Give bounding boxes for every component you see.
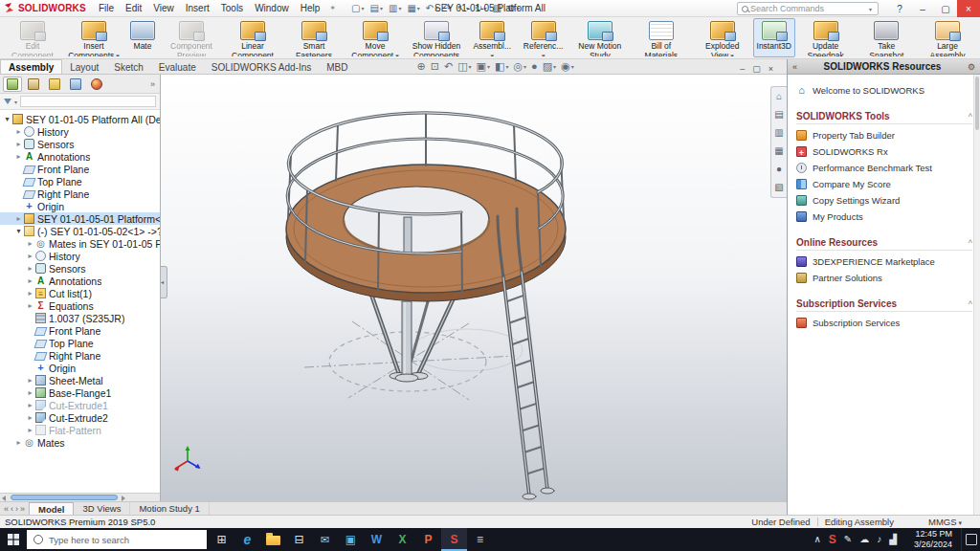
graphics-area[interactable]: ⌂▤▥▦●▧ — [161, 75, 787, 501]
view-orientation-icon[interactable]: ▣ — [477, 61, 490, 72]
tree-item[interactable]: (-) SEY 01-01-05-02<1> ->? (Defa — [0, 225, 160, 237]
move-component-button[interactable]: Move Component — [345, 18, 406, 57]
instant3d-button[interactable]: Instant3D — [753, 18, 795, 57]
expand-toggle-icon[interactable] — [26, 399, 34, 411]
menu-item[interactable]: File — [93, 3, 120, 13]
action-center-button[interactable] — [961, 528, 980, 551]
tree-item[interactable]: SEY 01-01-05-01 Platform<1> — [0, 212, 160, 225]
open-document-button[interactable]: ▤ — [368, 3, 384, 13]
taskbar-clock[interactable]: 12:45 PM 3/26/2024 — [905, 529, 961, 550]
sheet-nav-icon[interactable]: › — [15, 504, 18, 514]
scroll-right-icon[interactable] — [120, 495, 128, 501]
tab-assembly[interactable]: Assembly — [0, 59, 62, 74]
tree-item[interactable]: Base-Flange1 — [0, 386, 160, 399]
compare-my-score-link[interactable]: Compare My Score — [796, 176, 972, 192]
taskpane-scrollbar[interactable] — [973, 75, 980, 515]
view-palette-tab[interactable]: ▦ — [773, 145, 786, 157]
tree-item[interactable]: Cut-Extrude1 — [0, 399, 160, 411]
menu-item[interactable]: Help — [295, 3, 326, 13]
tree-item[interactable]: Mates — [0, 436, 160, 449]
propertymanager-tab[interactable] — [24, 77, 43, 92]
start-button[interactable] — [0, 528, 27, 551]
file-explorer-tab[interactable]: ▥ — [773, 127, 786, 139]
tree-item[interactable]: Sensors — [0, 262, 160, 275]
edit-component-button[interactable]: Edit Component — [2, 18, 63, 57]
menu-item[interactable]: Edit — [120, 3, 147, 13]
performance-benchmark-test-link[interactable]: Performance Benchmark Test — [796, 160, 972, 176]
search-commands-input[interactable] — [750, 4, 867, 13]
appearances-scenes-tab[interactable]: ● — [773, 164, 786, 175]
previous-view-icon[interactable]: ↶ — [444, 61, 453, 72]
edit-appearance-icon[interactable]: ● — [531, 61, 538, 72]
section-online-resources[interactable]: Online Resources — [796, 237, 972, 251]
tree-filter-input[interactable] — [20, 96, 156, 107]
subscription-services-link[interactable]: Subscription Services — [796, 315, 972, 331]
expand-toggle-icon[interactable] — [26, 287, 34, 299]
minimize-button[interactable]: – — [911, 0, 934, 17]
expand-toggle-icon[interactable] — [26, 299, 34, 312]
tree-item[interactable]: Right Plane — [0, 349, 160, 362]
units-selector[interactable]: MMGS — [928, 517, 962, 527]
zoom-to-fit-icon[interactable]: ⊕ — [417, 61, 426, 72]
menu-pin-icon[interactable]: ✶ — [325, 4, 340, 12]
tree-item[interactable]: Front Plane — [0, 163, 160, 175]
file-explorer-app[interactable] — [260, 528, 286, 551]
expand-toggle-icon[interactable] — [26, 411, 34, 424]
filter-funnel-icon[interactable] — [4, 99, 11, 104]
view-settings-icon[interactable]: ◉ — [561, 61, 574, 72]
large-assembly-mode-button[interactable]: Large Assembly Mode — [917, 18, 978, 57]
taskpane-options-icon[interactable]: ⚙ — [968, 62, 975, 72]
sheet-nav-icon[interactable]: « — [4, 504, 9, 514]
display-style-icon[interactable]: ◧ — [495, 61, 508, 72]
displaymanager-tab[interactable] — [87, 77, 106, 92]
tree-item[interactable]: Annotations — [0, 150, 160, 163]
tree-item[interactable]: Front Plane — [0, 324, 160, 337]
menu-item[interactable]: Window — [249, 3, 295, 13]
mail-app[interactable]: ✉ — [312, 528, 338, 551]
word-app[interactable]: W — [364, 528, 390, 551]
expand-toggle-icon[interactable] — [26, 374, 34, 386]
expand-toggle-icon[interactable] — [26, 250, 34, 262]
store-app[interactable]: ⊟ — [286, 528, 312, 551]
featuremanager-tab[interactable] — [3, 77, 22, 92]
photos-app[interactable]: ▣ — [338, 528, 364, 551]
pen-icon[interactable]: ✎ — [844, 535, 852, 544]
mate-button[interactable]: Mate — [124, 18, 161, 57]
tree-item[interactable]: SEY 01-01-05 Platform All (Default< — [0, 113, 160, 125]
tree-item[interactable]: History — [0, 125, 160, 138]
property-tab-builder-link[interactable]: Property Tab Builder — [796, 127, 972, 143]
taskpane-collapse-icon[interactable]: « — [792, 62, 797, 72]
new-document-button[interactable]: ▢ — [349, 3, 366, 13]
bill-of-materials-button[interactable]: Bill of Materials — [631, 18, 692, 57]
document-minimize-icon[interactable]: – — [740, 64, 745, 74]
task-view-button[interactable]: ⊞ — [209, 528, 234, 551]
maximize-button[interactable]: ▢ — [934, 0, 957, 17]
section-view-icon[interactable]: ◫ — [457, 61, 471, 72]
solidworks-rx-link[interactable]: SOLIDWORKS Rx — [796, 143, 972, 160]
tree-item[interactable]: Sheet-Metal — [0, 374, 160, 386]
panel-collapse-handle[interactable] — [161, 266, 167, 298]
custom-properties-tab[interactable]: ▧ — [773, 182, 786, 193]
expand-toggle-icon[interactable] — [14, 212, 23, 225]
feature-tabs-overflow-icon[interactable]: » — [150, 79, 157, 89]
configurationmanager-tab[interactable] — [45, 77, 64, 92]
tree-item[interactable]: Flat-Pattern — [0, 424, 160, 436]
section-solidworks-tools[interactable]: SOLIDWORKS Tools — [796, 111, 972, 124]
component-preview-window-button[interactable]: Component Preview Window — [161, 18, 222, 57]
tab-motion-study-1[interactable]: Motion Study 1 — [130, 502, 209, 515]
partner-solutions-link[interactable]: Partner Solutions — [796, 270, 972, 286]
tab-solidworks-add-ins[interactable]: SOLIDWORKS Add-Ins — [204, 60, 319, 74]
solidworks-tray-icon[interactable]: S — [829, 534, 836, 545]
excel-app[interactable]: X — [390, 528, 415, 551]
tree-item[interactable]: Cut-Extrude2 — [0, 411, 160, 424]
tree-item[interactable]: Right Plane — [0, 187, 160, 200]
tab-sketch[interactable]: Sketch — [106, 60, 151, 74]
tab-3d-views[interactable]: 3D Views — [74, 502, 130, 515]
3dexperience-marketplace-link[interactable]: 3DEXPERIENCE Marketplace — [796, 253, 972, 270]
help-button[interactable]: ? — [888, 0, 911, 17]
my-products-link[interactable]: My Products — [796, 209, 972, 225]
expand-toggle-icon[interactable] — [14, 225, 23, 237]
close-button[interactable]: × — [957, 0, 980, 17]
tab-evaluate[interactable]: Evaluate — [151, 60, 204, 74]
command-search-box[interactable]: ▾ — [737, 2, 879, 15]
